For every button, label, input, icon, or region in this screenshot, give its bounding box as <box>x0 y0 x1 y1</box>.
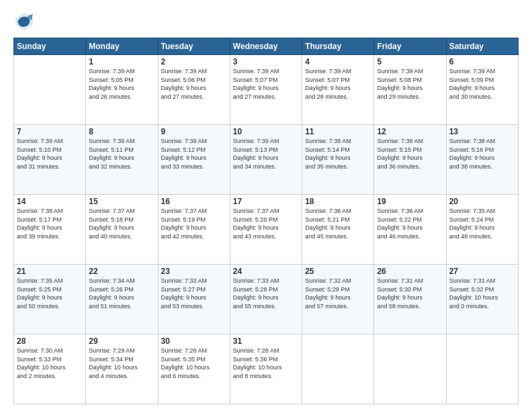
calendar-cell: 14Sunrise: 7:38 AM Sunset: 5:17 PM Dayli… <box>14 195 86 265</box>
day-info: Sunrise: 7:34 AM Sunset: 5:26 PM Dayligh… <box>89 277 154 310</box>
logo <box>13 11 38 32</box>
calendar-cell: 26Sunrise: 7:31 AM Sunset: 5:30 PM Dayli… <box>374 265 446 334</box>
calendar-cell: 27Sunrise: 7:31 AM Sunset: 5:32 PM Dayli… <box>446 265 518 334</box>
calendar-cell: 10Sunrise: 7:39 AM Sunset: 5:13 PM Dayli… <box>230 125 302 195</box>
day-number: 26 <box>377 267 443 276</box>
day-info: Sunrise: 7:38 AM Sunset: 5:15 PM Dayligh… <box>377 137 443 171</box>
calendar-header-friday: Friday <box>374 38 446 55</box>
day-number: 8 <box>89 127 154 136</box>
calendar-cell: 21Sunrise: 7:35 AM Sunset: 5:25 PM Dayli… <box>14 265 86 334</box>
day-number: 29 <box>89 336 154 346</box>
day-number: 17 <box>233 197 299 206</box>
calendar-cell: 20Sunrise: 7:35 AM Sunset: 5:24 PM Dayli… <box>446 195 518 265</box>
calendar-header-saturday: Saturday <box>446 38 518 55</box>
day-number: 18 <box>305 197 371 206</box>
day-info: Sunrise: 7:32 AM Sunset: 5:29 PM Dayligh… <box>305 277 371 310</box>
calendar-header-row: SundayMondayTuesdayWednesdayThursdayFrid… <box>14 38 519 55</box>
calendar-week-2: 7Sunrise: 7:39 AM Sunset: 5:10 PM Daylig… <box>14 125 519 195</box>
calendar-cell: 30Sunrise: 7:28 AM Sunset: 5:35 PM Dayli… <box>158 334 230 404</box>
calendar-cell: 6Sunrise: 7:39 AM Sunset: 5:09 PM Daylig… <box>446 55 518 125</box>
day-number: 22 <box>89 267 154 276</box>
day-info: Sunrise: 7:38 AM Sunset: 5:16 PM Dayligh… <box>449 137 515 171</box>
calendar-cell: 24Sunrise: 7:33 AM Sunset: 5:28 PM Dayli… <box>230 265 302 334</box>
day-info: Sunrise: 7:39 AM Sunset: 5:12 PM Dayligh… <box>161 137 227 171</box>
day-number: 6 <box>449 57 515 66</box>
calendar-cell: 4Sunrise: 7:39 AM Sunset: 5:07 PM Daylig… <box>302 55 374 125</box>
calendar-cell <box>446 334 518 404</box>
day-info: Sunrise: 7:39 AM Sunset: 5:09 PM Dayligh… <box>449 67 515 101</box>
day-info: Sunrise: 7:28 AM Sunset: 5:36 PM Dayligh… <box>233 347 299 380</box>
day-info: Sunrise: 7:33 AM Sunset: 5:28 PM Dayligh… <box>233 277 299 310</box>
calendar-cell: 2Sunrise: 7:39 AM Sunset: 5:06 PM Daylig… <box>158 55 230 125</box>
header <box>13 11 519 32</box>
day-info: Sunrise: 7:37 AM Sunset: 5:20 PM Dayligh… <box>233 207 299 240</box>
calendar-cell: 15Sunrise: 7:37 AM Sunset: 5:18 PM Dayli… <box>86 195 158 265</box>
calendar-cell: 7Sunrise: 7:39 AM Sunset: 5:10 PM Daylig… <box>14 125 86 195</box>
calendar-cell: 5Sunrise: 7:39 AM Sunset: 5:08 PM Daylig… <box>374 55 446 125</box>
calendar-week-5: 28Sunrise: 7:30 AM Sunset: 5:33 PM Dayli… <box>14 334 519 404</box>
calendar-cell: 8Sunrise: 7:39 AM Sunset: 5:11 PM Daylig… <box>86 125 158 195</box>
day-info: Sunrise: 7:29 AM Sunset: 5:34 PM Dayligh… <box>89 347 154 380</box>
calendar-cell: 29Sunrise: 7:29 AM Sunset: 5:34 PM Dayli… <box>86 334 158 404</box>
day-info: Sunrise: 7:36 AM Sunset: 5:22 PM Dayligh… <box>377 207 443 240</box>
calendar-cell: 18Sunrise: 7:36 AM Sunset: 5:21 PM Dayli… <box>302 195 374 265</box>
calendar-cell <box>302 334 374 404</box>
day-info: Sunrise: 7:39 AM Sunset: 5:11 PM Dayligh… <box>89 137 154 171</box>
day-number: 23 <box>161 267 227 276</box>
day-info: Sunrise: 7:39 AM Sunset: 5:10 PM Dayligh… <box>17 137 83 171</box>
calendar-cell: 12Sunrise: 7:38 AM Sunset: 5:15 PM Dayli… <box>374 125 446 195</box>
day-number: 19 <box>377 197 443 206</box>
day-number: 2 <box>161 57 227 66</box>
day-number: 10 <box>233 127 299 136</box>
calendar-cell: 17Sunrise: 7:37 AM Sunset: 5:20 PM Dayli… <box>230 195 302 265</box>
day-number: 7 <box>17 127 83 136</box>
day-info: Sunrise: 7:33 AM Sunset: 5:27 PM Dayligh… <box>161 277 227 310</box>
day-number: 20 <box>449 197 515 206</box>
calendar-page: SundayMondayTuesdayWednesdayThursdayFrid… <box>0 0 532 411</box>
day-info: Sunrise: 7:28 AM Sunset: 5:35 PM Dayligh… <box>161 347 227 380</box>
day-number: 3 <box>233 57 299 66</box>
day-info: Sunrise: 7:39 AM Sunset: 5:13 PM Dayligh… <box>233 137 299 171</box>
day-info: Sunrise: 7:37 AM Sunset: 5:18 PM Dayligh… <box>89 207 154 240</box>
calendar-cell: 1Sunrise: 7:39 AM Sunset: 5:05 PM Daylig… <box>86 55 158 125</box>
day-info: Sunrise: 7:39 AM Sunset: 5:07 PM Dayligh… <box>233 67 299 101</box>
day-number: 12 <box>377 127 443 136</box>
day-number: 21 <box>17 267 83 276</box>
calendar-cell: 11Sunrise: 7:38 AM Sunset: 5:14 PM Dayli… <box>302 125 374 195</box>
day-number: 1 <box>89 57 154 66</box>
calendar-cell <box>374 334 446 404</box>
calendar-header-monday: Monday <box>86 38 158 55</box>
day-number: 24 <box>233 267 299 276</box>
day-number: 9 <box>161 127 227 136</box>
calendar-cell: 9Sunrise: 7:39 AM Sunset: 5:12 PM Daylig… <box>158 125 230 195</box>
day-info: Sunrise: 7:30 AM Sunset: 5:33 PM Dayligh… <box>17 347 83 380</box>
day-number: 13 <box>449 127 515 136</box>
day-number: 5 <box>377 57 443 66</box>
calendar-header-tuesday: Tuesday <box>158 38 230 55</box>
calendar-cell: 28Sunrise: 7:30 AM Sunset: 5:33 PM Dayli… <box>14 334 86 404</box>
day-number: 31 <box>233 336 299 346</box>
day-info: Sunrise: 7:31 AM Sunset: 5:30 PM Dayligh… <box>377 277 443 310</box>
calendar-header-sunday: Sunday <box>14 38 86 55</box>
day-number: 30 <box>161 336 227 346</box>
calendar-table: SundayMondayTuesdayWednesdayThursdayFrid… <box>13 38 519 404</box>
day-number: 11 <box>305 127 371 136</box>
day-info: Sunrise: 7:31 AM Sunset: 5:32 PM Dayligh… <box>449 277 515 310</box>
calendar-cell: 16Sunrise: 7:37 AM Sunset: 5:19 PM Dayli… <box>158 195 230 265</box>
calendar-cell: 23Sunrise: 7:33 AM Sunset: 5:27 PM Dayli… <box>158 265 230 334</box>
day-info: Sunrise: 7:39 AM Sunset: 5:05 PM Dayligh… <box>89 67 154 101</box>
calendar-cell: 3Sunrise: 7:39 AM Sunset: 5:07 PM Daylig… <box>230 55 302 125</box>
day-info: Sunrise: 7:39 AM Sunset: 5:07 PM Dayligh… <box>305 67 371 101</box>
logo-icon <box>13 11 35 32</box>
day-info: Sunrise: 7:39 AM Sunset: 5:08 PM Dayligh… <box>377 67 443 101</box>
day-info: Sunrise: 7:39 AM Sunset: 5:06 PM Dayligh… <box>161 67 227 101</box>
calendar-week-3: 14Sunrise: 7:38 AM Sunset: 5:17 PM Dayli… <box>14 195 519 265</box>
calendar-cell <box>14 55 86 125</box>
day-number: 16 <box>161 197 227 206</box>
day-info: Sunrise: 7:38 AM Sunset: 5:14 PM Dayligh… <box>305 137 371 171</box>
day-number: 28 <box>17 336 83 346</box>
day-number: 15 <box>89 197 154 206</box>
day-info: Sunrise: 7:35 AM Sunset: 5:25 PM Dayligh… <box>17 277 83 310</box>
calendar-cell: 22Sunrise: 7:34 AM Sunset: 5:26 PM Dayli… <box>86 265 158 334</box>
day-info: Sunrise: 7:36 AM Sunset: 5:21 PM Dayligh… <box>305 207 371 240</box>
